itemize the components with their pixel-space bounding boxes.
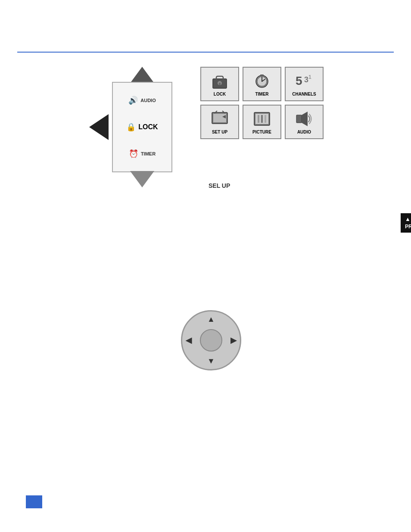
exit-arrow: EXIT [89,114,109,140]
icon-box-timer: TIMER [243,67,281,101]
arrow-down-icon [130,171,154,187]
svg-text:3: 3 [304,75,308,84]
audio-icon-label: AUDIO [297,130,311,134]
dpad-up-arrow[interactable]: ▲ [207,315,215,324]
channels-icon: 5 3 1 [294,72,314,90]
menu-item-timer: ⏰ TIMER [129,149,156,159]
svg-rect-20 [261,115,263,123]
menu-item-audio: 🔊 AUDIO [128,96,156,105]
picture-icon-label: PICTURE [252,130,271,134]
audio-menu-label: AUDIO [140,98,156,103]
exit-label: EXIT [65,125,85,129]
info-bar-line1: ▲▼ FOR MORE FEATURES [405,216,411,222]
menu-box: EXIT 🔊 AUDIO 🔒 LOCK ⏰ TIMER [112,82,172,172]
sel-up-label: SEL UP [209,182,230,189]
left-menu-diagram: EXIT 🔊 AUDIO 🔒 LOCK ⏰ TIMER [103,67,181,187]
icon-grid: LOCK TIMER 5 3 1 [200,67,334,143]
svg-rect-22 [296,115,302,123]
exit-triangle-icon [89,114,109,140]
svg-rect-13 [213,114,226,122]
dpad-down-arrow[interactable]: ▼ [207,357,215,366]
dpad-right-arrow[interactable]: ▶ [230,336,237,345]
timer-icon [252,72,272,90]
svg-marker-23 [302,112,308,126]
lock-icon [209,72,230,90]
directional-pad[interactable]: ▲ ▼ ◀ ▶ [181,310,241,370]
icon-box-setup: SET UP [200,105,239,139]
icon-box-picture: PICTURE [243,105,281,139]
top-divider-line [17,52,394,53]
arrow-updown-icon: ▲▼ [405,216,411,222]
lock-menu-label: LOCK [138,123,158,131]
svg-text:5: 5 [296,74,302,87]
setup-icon-label: SET UP [212,130,227,134]
svg-rect-3 [219,83,221,85]
icon-box-audio: AUDIO [285,105,324,139]
icon-box-lock: LOCK [200,67,239,101]
dpad-center-button[interactable] [200,329,222,352]
icon-row-2: SET UP PICTURE [200,105,334,139]
svg-text:1: 1 [308,74,311,80]
svg-rect-21 [265,115,266,123]
setup-icon [209,110,230,128]
audio-icon [294,110,314,128]
info-bar-line2: PRESS ACTION TO SELECT [405,223,411,230]
timer-menu-label: TIMER [141,151,156,156]
press-label: PRESS [405,224,411,230]
page-number-box [26,495,42,508]
channels-icon-label: CHANNELS [292,92,316,96]
dpad-outer-ring[interactable]: ▲ ▼ ◀ ▶ [181,310,241,370]
timer-icon-label: TIMER [255,92,268,96]
icon-row-1: LOCK TIMER 5 3 1 [200,67,334,101]
menu-item-lock: 🔒 LOCK [126,122,158,132]
audio-mini-icon: 🔊 [128,96,138,105]
lock-mini-icon: 🔒 [126,122,136,132]
svg-rect-8 [260,75,264,76]
dpad-left-arrow[interactable]: ◀ [186,336,192,345]
picture-icon [252,110,272,128]
icon-box-channels: 5 3 1 CHANNELS [285,67,324,101]
timer-mini-icon: ⏰ [129,149,138,159]
info-bar: ▲▼ FOR MORE FEATURES PRESS ACTION TO SEL… [401,213,411,233]
arrow-up-icon [130,67,154,83]
svg-rect-19 [258,115,259,123]
lock-icon-label: LOCK [214,92,226,96]
